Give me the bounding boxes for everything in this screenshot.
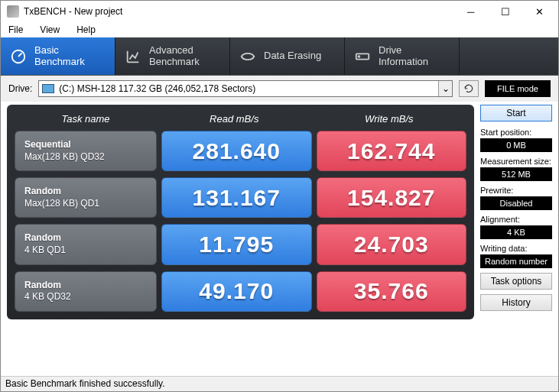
svg-point-2 bbox=[359, 56, 360, 57]
tab-bar: Basic Benchmark Advanced Benchmark Data … bbox=[1, 37, 558, 76]
side-panel: Start Start position: 0 MB Measurement s… bbox=[474, 105, 552, 319]
task-cell[interactable]: SequentialMax(128 KB) QD32 bbox=[15, 131, 157, 171]
read-value: 281.640 bbox=[161, 131, 312, 171]
drive-label: Drive: bbox=[8, 83, 32, 94]
prewrite-label: Prewrite: bbox=[480, 186, 552, 195]
start-button[interactable]: Start bbox=[480, 105, 552, 121]
drive-bar: Drive: (C:) MSH-128 117.32 GB (246,052,1… bbox=[1, 76, 558, 102]
table-row: Random4 KB QD32 49.170 35.766 bbox=[15, 271, 466, 312]
task-cell[interactable]: Random4 KB QD1 bbox=[15, 224, 157, 264]
tab-basic-benchmark[interactable]: Basic Benchmark bbox=[1, 37, 115, 75]
tab-data-erasing[interactable]: Data Erasing bbox=[230, 37, 345, 75]
drive-value: (C:) MSH-128 117.32 GB (246,052,178 Sect… bbox=[59, 83, 255, 94]
drive-select[interactable]: (C:) MSH-128 117.32 GB (246,052,178 Sect… bbox=[38, 80, 453, 97]
gauge-icon bbox=[10, 48, 27, 65]
history-button[interactable]: History bbox=[480, 294, 552, 311]
header-read: Read mB/s bbox=[157, 113, 312, 125]
write-value: 162.744 bbox=[317, 131, 467, 171]
menu-file[interactable]: File bbox=[5, 24, 26, 36]
refresh-button[interactable] bbox=[459, 80, 479, 97]
menu-view[interactable]: View bbox=[37, 24, 63, 36]
chart-icon bbox=[125, 48, 141, 65]
table-row: Random4 KB QD1 11.795 24.703 bbox=[15, 224, 466, 264]
start-position-value[interactable]: 0 MB bbox=[480, 138, 552, 152]
writing-data-label: Writing data: bbox=[480, 244, 552, 253]
drive-icon bbox=[42, 84, 54, 93]
task-cell[interactable]: Random4 KB QD32 bbox=[15, 271, 157, 312]
chevron-down-icon: ⌄ bbox=[438, 81, 452, 96]
menu-help[interactable]: Help bbox=[73, 24, 99, 36]
table-row: RandomMax(128 KB) QD1 131.167 154.827 bbox=[15, 177, 466, 218]
titlebar: TxBENCH - New project ─ ☐ ✕ bbox=[1, 1, 558, 22]
tab-drive-information[interactable]: Drive Information bbox=[345, 37, 460, 75]
measurement-size-value[interactable]: 512 MB bbox=[480, 167, 552, 181]
window-title: TxBENCH - New project bbox=[24, 6, 453, 17]
alignment-value[interactable]: 4 KB bbox=[480, 225, 552, 239]
close-button[interactable]: ✕ bbox=[522, 1, 557, 22]
read-value: 11.795 bbox=[161, 224, 312, 264]
task-cell[interactable]: RandomMax(128 KB) QD1 bbox=[15, 177, 157, 218]
status-bar: Basic Benchmark finished successfully. bbox=[1, 376, 558, 391]
write-value: 35.766 bbox=[317, 271, 467, 312]
erase-icon bbox=[239, 48, 256, 65]
drive-icon bbox=[354, 48, 371, 65]
read-value: 131.167 bbox=[161, 177, 312, 218]
tab-advanced-benchmark[interactable]: Advanced Benchmark bbox=[115, 37, 230, 75]
write-value: 24.703 bbox=[317, 224, 467, 264]
header-write: Write mB/s bbox=[312, 113, 467, 125]
read-value: 49.170 bbox=[161, 271, 312, 312]
writing-data-value[interactable]: Random number bbox=[480, 254, 552, 268]
table-row: SequentialMax(128 KB) QD32 281.640 162.7… bbox=[15, 131, 466, 171]
measurement-size-label: Measurement size: bbox=[480, 157, 552, 166]
menubar: File View Help bbox=[1, 22, 558, 37]
task-options-button[interactable]: Task options bbox=[480, 273, 552, 290]
file-mode-button[interactable]: FILE mode bbox=[485, 80, 551, 97]
prewrite-value[interactable]: Disabled bbox=[480, 196, 552, 210]
write-value: 154.827 bbox=[317, 177, 467, 218]
app-icon bbox=[7, 5, 19, 18]
start-position-label: Start position: bbox=[480, 128, 552, 137]
alignment-label: Alignment: bbox=[480, 215, 552, 224]
maximize-button[interactable]: ☐ bbox=[488, 1, 522, 22]
header-task: Task name bbox=[15, 113, 157, 125]
benchmark-panel: Task name Read mB/s Write mB/s Sequentia… bbox=[7, 105, 474, 319]
refresh-icon bbox=[463, 83, 474, 94]
minimize-button[interactable]: ─ bbox=[453, 1, 488, 22]
